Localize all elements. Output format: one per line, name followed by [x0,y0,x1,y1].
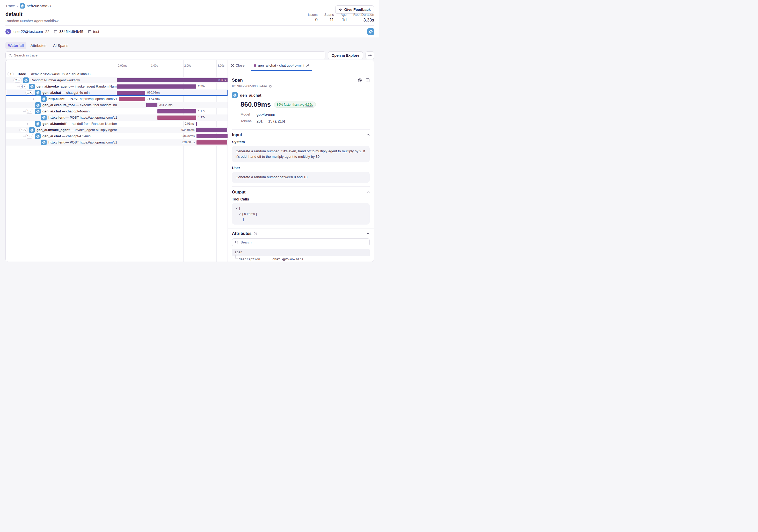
axis-tick-label: 2.00s [184,64,191,67]
search-input[interactable] [14,53,323,57]
span-duration-bar[interactable] [157,116,196,120]
user-email[interactable]: user22@test.com [14,29,43,34]
active-tab-underline [251,70,312,71]
json-object-line[interactable]: { 6 items } [236,211,366,217]
expand-toggle-pill[interactable]: 1 [25,134,33,139]
tab-ai-spans[interactable]: AI Spans [51,42,71,49]
copy-icon[interactable] [268,85,272,88]
span-heading: Span [232,78,358,83]
expand-toggle-pill[interactable]: 2 [14,78,21,83]
span-label: Random Number Agent workflow [31,78,80,82]
expand-toggle-pill[interactable]: 4 [19,84,27,89]
focus-span-icon[interactable] [358,78,362,82]
breadcrumb-trace-link[interactable]: Trace [5,4,15,8]
stat-spans: Spans 11 [325,13,334,23]
span-duration-bar[interactable] [117,78,227,82]
give-feedback-label: Give Feedback [344,8,371,12]
model-row: Model gpt-4o-mini [240,111,370,118]
environment-item[interactable]: test [88,29,99,34]
breadcrumb-trace-id: aeb20c735a27 [27,4,52,8]
attributes-search[interactable] [232,238,370,246]
pin-icon[interactable] [306,64,309,67]
environment-name: test [93,29,99,34]
attribute-group-span[interactable]: span [232,249,370,256]
layout-panel-icon[interactable] [365,78,370,82]
attributes-table: span descriptionchat gpt-4o-miniduration… [232,249,370,262]
span-label: http.client — POST https://api.openai.co… [49,116,117,120]
span-tree-cell: 2Random Number Agent workflow [6,77,117,84]
span-tree-cell: 4gen_ai.invoke_agent — invoke_agent Rand… [6,84,117,89]
span-label: gen_ai.handoff — handoff from Random Num… [43,122,117,125]
attribute-row[interactable]: descriptionchat gpt-4o-mini [232,256,370,262]
chevron-down-icon [236,207,238,209]
span-bar-cell: 787.37ms [117,96,227,102]
span-duration-bar[interactable] [117,91,145,95]
model-value: gpt-4o-mini [257,111,275,118]
span-duration-label: 3.33s [219,79,226,82]
span-duration-label: 934.95ms [182,128,195,131]
python-icon [29,127,35,133]
search-icon [235,240,238,244]
span-bar-cell: 928.06ms [117,139,227,146]
axis-tick-label: 3.00s [218,64,224,67]
output-heading: Output [232,190,366,195]
trace-panel: 0.00ms1.00s2.00s3.00s 1Trace — aeb20c735… [5,60,374,262]
open-in-explore-button[interactable]: Open in Explore [328,51,363,59]
attributes-heading: Attributes [232,231,252,236]
span-details-drawer: Close gen_ai.chat - chat gpt-4o-mini Spa… [227,60,374,262]
drawer-body: Span ID: 9bc29065dd0374ae [228,71,374,262]
python-icon [41,115,47,121]
view-tabs: Waterfall Attributes AI Spans [5,42,379,49]
trace-search[interactable] [5,51,326,59]
help-icon[interactable]: ? [254,232,257,235]
expand-toggle-pill[interactable]: 1 [25,109,33,114]
expand-toggle-pill[interactable]: 1 [25,90,33,95]
span-duration: 860.09ms [240,100,271,109]
close-icon [231,64,234,67]
trace-stats: Issues 0 Spans 11 Age 1d Root Duration 3… [308,13,374,23]
span-op-name: gen_ai.chat [240,93,261,97]
duration-comparison-badge: 86% faster than avg 6.35s [274,101,316,108]
json-array-close-line: ] [236,217,366,222]
drawer-tab-gen-ai-chat[interactable]: gen_ai.chat - chat gpt-4o-mini [251,60,312,71]
attribute-key: description [239,257,272,261]
span-label: gen_ai.chat — chat gpt-4o-mini [43,91,90,94]
span-bar-cell: 1.17s [117,115,227,121]
collapse-attributes-icon[interactable] [366,232,370,235]
span-duration-bar[interactable] [157,109,196,114]
span-duration-label: 1.17s [198,116,205,119]
json-array-line[interactable]: [ [236,206,366,211]
attributes-search-input[interactable] [240,240,367,244]
chevron-right-icon: › [17,4,18,8]
span-duration-bar[interactable] [196,128,227,132]
span-duration-bar[interactable] [119,97,145,101]
waterfall-toolbar: Open in Explore [5,51,374,59]
stat-root-duration: Root Duration 3.33s [353,13,374,23]
span-duration-bar[interactable] [117,85,196,89]
span-duration-label: 341.23ms [159,103,172,106]
collapse-input-icon[interactable] [366,134,370,136]
span-label: http.client — POST https://api.openai.co… [49,140,117,144]
python-icon [20,3,25,9]
expand-toggle-pill[interactable]: 1 [8,72,14,76]
span-tree-cell: gen_ai.execute_tool — execute_tool rando… [6,102,117,108]
span-bar-cell: 1.17s [117,108,227,115]
span-duration-bar[interactable] [196,134,227,138]
avg-duration-value[interactable]: 6.35s [305,103,313,106]
span-duration-bar[interactable] [146,103,158,107]
span-tree-cell: 1gen_ai.chat — chat gpt-4.1-mini [6,133,117,139]
release-item[interactable]: 3845f4d94b45 [54,29,83,34]
input-section: Input System Generate a random number. I… [232,129,370,183]
collapse-output-icon[interactable] [366,191,370,193]
tab-waterfall[interactable]: Waterfall [5,42,26,49]
python-icon [29,84,35,89]
span-duration-bar[interactable] [196,122,197,126]
span-row[interactable]: 1gen_ai.chat — chat gpt-4o-mini860.09ms [6,89,227,96]
svg-text:?: ? [255,232,256,235]
tab-attributes[interactable]: Attributes [28,42,49,49]
span-tree-cell: http.client — POST https://api.openai.co… [6,115,117,121]
expand-toggle-pill[interactable]: 1 [19,128,27,132]
close-drawer-button[interactable]: Close [231,63,245,67]
span-duration-bar[interactable] [196,140,227,145]
settings-button[interactable] [365,51,374,59]
